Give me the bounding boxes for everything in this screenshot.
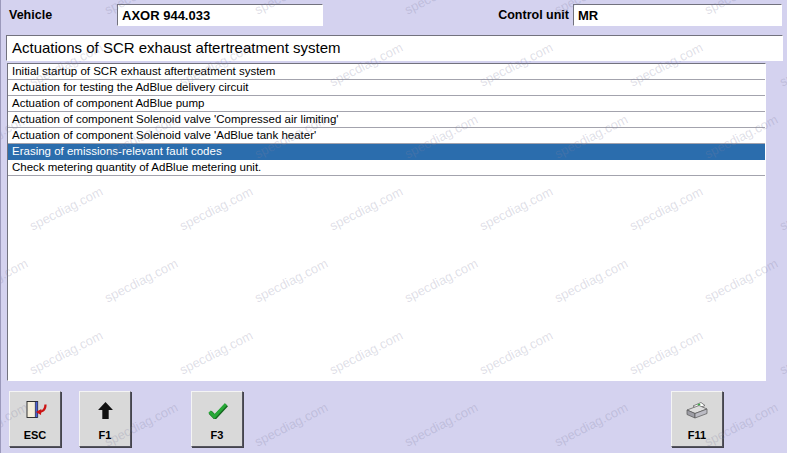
diagnostic-window: Vehicle Control unit Actuations of SCR e… — [0, 0, 787, 453]
arrow-up-icon — [98, 399, 113, 421]
page-title: Actuations of SCR exhaust aftertreatment… — [6, 35, 783, 61]
f1-button-label: F1 — [80, 429, 130, 441]
list-item[interactable]: Actuation of component AdBlue pump — [8, 96, 765, 112]
list-item[interactable]: Check metering quantity of AdBlue meteri… — [8, 160, 765, 176]
vehicle-label: Vehicle — [9, 4, 52, 27]
control-unit-field[interactable] — [573, 4, 782, 26]
watermark-text: specdiag.com — [777, 328, 787, 378]
actuation-menu-list: Initial startup of SCR exhaust aftertrea… — [7, 63, 766, 381]
exit-door-icon — [23, 399, 47, 421]
list-item[interactable]: Actuation of component Solenoid valve 'A… — [8, 128, 765, 144]
esc-button[interactable]: ESC — [9, 391, 61, 447]
watermark-text: specdiag.com — [777, 184, 787, 234]
list-item[interactable]: Actuation for testing the AdBlue deliver… — [8, 80, 765, 96]
control-unit-label: Control unit — [421, 4, 569, 27]
vehicle-field[interactable] — [117, 4, 323, 26]
list-item[interactable]: Erasing of emissions-relevant fault code… — [8, 144, 765, 160]
f11-button[interactable]: F11 — [671, 391, 723, 447]
list-item[interactable]: Initial startup of SCR exhaust aftertrea… — [8, 64, 765, 80]
esc-button-label: ESC — [10, 429, 60, 441]
list-item[interactable]: Actuation of component Solenoid valve 'C… — [8, 112, 765, 128]
watermark-text: specdiag.com — [402, 400, 480, 450]
f11-button-label: F11 — [672, 429, 722, 441]
watermark-text: specdiag.com — [252, 400, 330, 450]
f3-button-label: F3 — [192, 429, 242, 441]
f3-button[interactable]: F3 — [191, 391, 243, 447]
checkmark-icon — [207, 399, 228, 421]
watermark-text: specdiag.com — [552, 400, 630, 450]
f1-button[interactable]: F1 — [79, 391, 131, 447]
printer-icon — [684, 399, 710, 421]
